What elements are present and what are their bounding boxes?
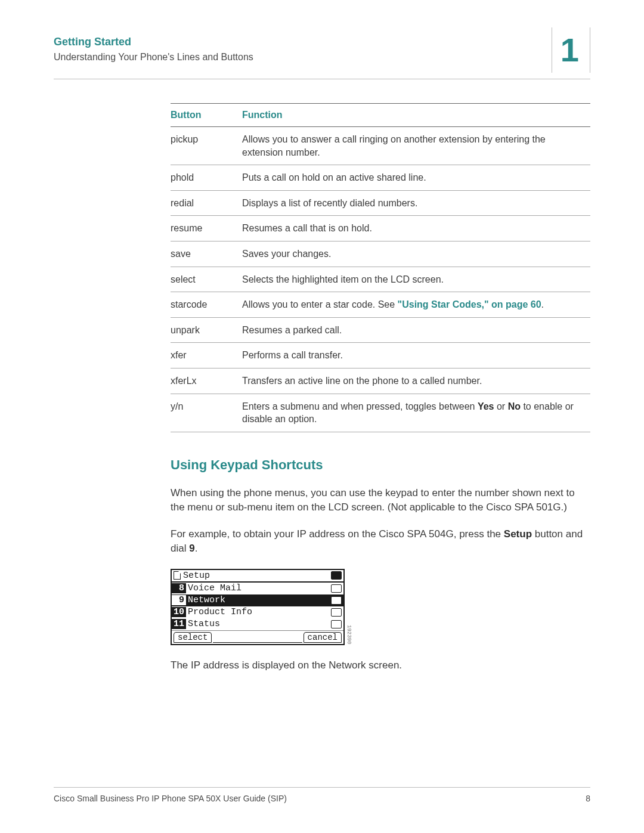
table-row: pickup Allows you to answer a call ringi… [171,127,590,165]
figure-id: 192390 [346,569,353,645]
body-paragraph: When using the phone menus, you can use … [171,486,590,515]
col-header-button: Button [171,104,242,127]
button-function-table: Button Function pickup Allows you to ans… [171,103,590,432]
lcd-screenshot: Setup 8 Voice Mail 9 Network 10 Product … [171,569,345,645]
table-row: phold Puts a call on hold on an active s… [171,165,590,191]
lcd-menu-item-selected: 9 Network [172,594,343,606]
chapter-number-badge: 1 [552,27,590,73]
table-row: xferLx Transfers an active line on the p… [171,368,590,394]
table-row: redial Displays a list of recently diale… [171,190,590,216]
lcd-menu-item: 8 Voice Mail [172,583,343,594]
lcd-menu-item: 11 Status [172,618,343,630]
col-header-function: Function [242,104,590,127]
section-heading: Using Keypad Shortcuts [171,457,590,473]
phone-icon [331,596,342,605]
table-row: save Saves your changes. [171,241,590,267]
chapter-title: Getting Started [54,36,590,48]
chapter-subtitle: Understanding Your Phone's Lines and But… [54,52,590,63]
page-footer: Cisco Small Business Pro IP Phone SPA 50… [54,787,590,803]
lcd-menu-item: 10 Product Info [172,606,343,618]
phone-icon [331,608,342,617]
chapter-number: 1 [552,33,590,67]
softkey-select: select [174,632,212,643]
xref-link[interactable]: "Using Star Codes," on page 60 [398,299,541,309]
table-row: select Selects the highlighted item on t… [171,267,590,292]
body-paragraph: The IP address is displayed on the Netwo… [171,658,590,673]
phone-icon [331,571,342,580]
table-row: xfer Performs a call transfer. [171,343,590,368]
table-row: resume Resumes a call that is on hold. [171,216,590,241]
lcd-title: Setup [183,571,210,581]
softkey-cancel: cancel [304,632,342,643]
document-icon [174,571,181,580]
body-paragraph: For example, to obtain your IP address o… [171,527,590,556]
table-row: starcode Allows you to enter a star code… [171,292,590,318]
table-row: unpark Resumes a parked call. [171,317,590,343]
phone-icon [331,584,342,593]
header-divider [54,79,590,79]
phone-icon [331,620,342,628]
footer-page-number: 8 [586,794,590,803]
table-row: y/n Enters a submenu and when pressed, t… [171,394,590,432]
footer-doc-title: Cisco Small Business Pro IP Phone SPA 50… [54,794,287,803]
